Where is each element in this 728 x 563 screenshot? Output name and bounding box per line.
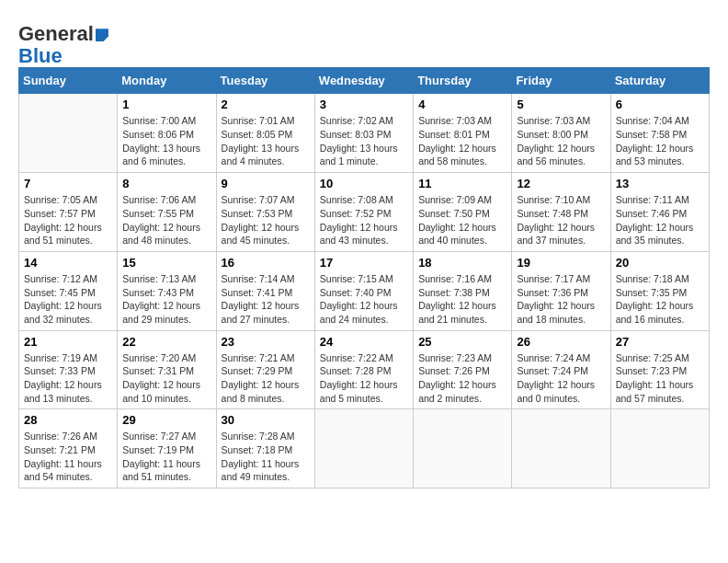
week-row-4: 21 Sunrise: 7:19 AM Sunset: 7:33 PM Dayl…	[19, 330, 710, 409]
day-number: 11	[418, 177, 506, 190]
sunrise-text: Sunrise: 7:16 AM	[418, 273, 492, 284]
sunset-text: Sunset: 7:58 PM	[616, 129, 688, 140]
logo-general: General	[18, 22, 94, 45]
sunrise-text: Sunrise: 7:20 AM	[122, 352, 196, 363]
day-number: 30	[222, 413, 310, 427]
day-number: 21	[24, 335, 112, 349]
day-number: 4	[418, 98, 506, 111]
sunset-text: Sunset: 7:24 PM	[517, 365, 588, 376]
sunset-text: Sunset: 7:23 PM	[616, 365, 688, 376]
calendar-cell: 27 Sunrise: 7:25 AM Sunset: 7:23 PM Dayl…	[610, 330, 709, 409]
sunset-text: Sunset: 7:41 PM	[222, 287, 293, 298]
daylight-text: Daylight: 13 hours and 6 minutes.	[122, 143, 200, 167]
day-info: Sunrise: 7:03 AM Sunset: 8:01 PM Dayligh…	[418, 114, 506, 168]
day-number: 22	[122, 335, 210, 349]
sunrise-text: Sunrise: 7:02 AM	[320, 115, 393, 126]
day-number: 14	[24, 256, 112, 270]
calendar-cell: 12 Sunrise: 7:10 AM Sunset: 7:48 PM Dayl…	[512, 173, 610, 252]
calendar-cell: 16 Sunrise: 7:14 AM Sunset: 7:41 PM Dayl…	[216, 251, 314, 330]
day-info: Sunrise: 7:09 AM Sunset: 7:50 PM Dayligh…	[418, 193, 506, 247]
day-number: 7	[24, 177, 112, 190]
day-info: Sunrise: 7:18 AM Sunset: 7:35 PM Dayligh…	[616, 272, 704, 327]
sunset-text: Sunset: 7:50 PM	[418, 208, 490, 219]
daylight-text: Daylight: 12 hours and 40 minutes.	[418, 222, 496, 247]
daylight-text: Daylight: 12 hours and 18 minutes.	[517, 300, 595, 325]
day-info: Sunrise: 7:24 AM Sunset: 7:24 PM Dayligh…	[517, 351, 605, 406]
calendar-cell: 23 Sunrise: 7:21 AM Sunset: 7:29 PM Dayl…	[216, 330, 314, 409]
sunset-text: Sunset: 7:52 PM	[320, 208, 392, 219]
sunset-text: Sunset: 7:53 PM	[222, 208, 293, 219]
calendar-cell	[610, 409, 709, 488]
sunset-text: Sunset: 7:55 PM	[122, 208, 194, 219]
day-number: 10	[320, 177, 408, 190]
day-info: Sunrise: 7:27 AM Sunset: 7:19 PM Dayligh…	[122, 430, 210, 484]
day-info: Sunrise: 7:16 AM Sunset: 7:38 PM Dayligh…	[418, 272, 506, 327]
logo-triangle-icon	[96, 29, 108, 41]
daylight-text: Daylight: 12 hours and 10 minutes.	[122, 379, 200, 404]
daylight-text: Daylight: 13 hours and 1 minute.	[320, 143, 398, 167]
sunrise-text: Sunrise: 7:13 AM	[122, 273, 196, 284]
calendar-cell: 30 Sunrise: 7:28 AM Sunset: 7:18 PM Dayl…	[216, 409, 314, 488]
day-info: Sunrise: 7:15 AM Sunset: 7:40 PM Dayligh…	[320, 272, 408, 327]
weekday-header-thursday: Thursday	[414, 68, 512, 94]
day-info: Sunrise: 7:20 AM Sunset: 7:31 PM Dayligh…	[122, 351, 210, 406]
calendar-cell: 20 Sunrise: 7:18 AM Sunset: 7:35 PM Dayl…	[610, 251, 709, 330]
day-number: 8	[122, 177, 210, 190]
daylight-text: Daylight: 12 hours and 48 minutes.	[122, 222, 200, 247]
day-info: Sunrise: 7:26 AM Sunset: 7:21 PM Dayligh…	[24, 430, 112, 484]
day-number: 15	[122, 256, 210, 270]
sunrise-text: Sunrise: 7:03 AM	[418, 115, 492, 126]
week-row-1: 1 Sunrise: 7:00 AM Sunset: 8:06 PM Dayli…	[19, 94, 710, 173]
sunset-text: Sunset: 7:19 PM	[122, 444, 194, 455]
day-number: 2	[222, 98, 310, 111]
day-info: Sunrise: 7:06 AM Sunset: 7:55 PM Dayligh…	[122, 193, 210, 247]
week-row-2: 7 Sunrise: 7:05 AM Sunset: 7:57 PM Dayli…	[19, 173, 710, 252]
sunset-text: Sunset: 7:46 PM	[616, 208, 688, 219]
daylight-text: Daylight: 12 hours and 21 minutes.	[418, 300, 496, 325]
day-info: Sunrise: 7:04 AM Sunset: 7:58 PM Dayligh…	[616, 114, 704, 168]
sunrise-text: Sunrise: 7:27 AM	[122, 431, 196, 442]
calendar-cell: 15 Sunrise: 7:13 AM Sunset: 7:43 PM Dayl…	[118, 251, 216, 330]
sunrise-text: Sunrise: 7:22 AM	[320, 352, 393, 363]
day-number: 5	[517, 98, 605, 111]
daylight-text: Daylight: 12 hours and 45 minutes.	[222, 222, 300, 247]
day-number: 29	[122, 413, 210, 427]
calendar-cell: 3 Sunrise: 7:02 AM Sunset: 8:03 PM Dayli…	[314, 94, 413, 173]
weekday-header-row: SundayMondayTuesdayWednesdayThursdayFrid…	[19, 68, 710, 94]
day-number: 18	[418, 256, 506, 270]
daylight-text: Daylight: 12 hours and 53 minutes.	[616, 143, 694, 167]
daylight-text: Daylight: 12 hours and 8 minutes.	[222, 379, 300, 404]
sunset-text: Sunset: 7:57 PM	[24, 208, 96, 219]
sunset-text: Sunset: 7:40 PM	[320, 287, 392, 298]
sunset-text: Sunset: 7:26 PM	[418, 365, 490, 376]
calendar-cell: 7 Sunrise: 7:05 AM Sunset: 7:57 PM Dayli…	[19, 173, 118, 252]
daylight-text: Daylight: 13 hours and 4 minutes.	[222, 143, 300, 167]
daylight-text: Daylight: 12 hours and 13 minutes.	[24, 379, 102, 404]
sunrise-text: Sunrise: 7:04 AM	[616, 115, 689, 126]
daylight-text: Daylight: 12 hours and 24 minutes.	[320, 300, 398, 325]
sunrise-text: Sunrise: 7:07 AM	[222, 194, 295, 205]
sunrise-text: Sunrise: 7:23 AM	[418, 352, 492, 363]
calendar-cell: 1 Sunrise: 7:00 AM Sunset: 8:06 PM Dayli…	[118, 94, 216, 173]
day-number: 24	[320, 335, 408, 349]
calendar-cell: 26 Sunrise: 7:24 AM Sunset: 7:24 PM Dayl…	[512, 330, 610, 409]
day-number: 20	[616, 256, 704, 270]
sunrise-text: Sunrise: 7:11 AM	[616, 194, 689, 205]
calendar-table: SundayMondayTuesdayWednesdayThursdayFrid…	[18, 67, 710, 488]
day-info: Sunrise: 7:12 AM Sunset: 7:45 PM Dayligh…	[24, 272, 112, 327]
calendar-cell: 21 Sunrise: 7:19 AM Sunset: 7:33 PM Dayl…	[19, 330, 118, 409]
weekday-header-tuesday: Tuesday	[216, 68, 314, 94]
sunrise-text: Sunrise: 7:21 AM	[222, 352, 295, 363]
sunset-text: Sunset: 8:06 PM	[122, 129, 194, 140]
sunset-text: Sunset: 7:38 PM	[418, 287, 490, 298]
sunset-text: Sunset: 8:03 PM	[320, 129, 392, 140]
day-info: Sunrise: 7:23 AM Sunset: 7:26 PM Dayligh…	[418, 351, 506, 406]
daylight-text: Daylight: 12 hours and 37 minutes.	[517, 222, 595, 247]
calendar-cell: 19 Sunrise: 7:17 AM Sunset: 7:36 PM Dayl…	[512, 251, 610, 330]
day-number: 1	[122, 98, 210, 111]
sunrise-text: Sunrise: 7:05 AM	[24, 194, 97, 205]
sunrise-text: Sunrise: 7:10 AM	[517, 194, 590, 205]
calendar-cell: 18 Sunrise: 7:16 AM Sunset: 7:38 PM Dayl…	[414, 251, 512, 330]
sunrise-text: Sunrise: 7:01 AM	[222, 115, 295, 126]
day-info: Sunrise: 7:14 AM Sunset: 7:41 PM Dayligh…	[222, 272, 310, 327]
